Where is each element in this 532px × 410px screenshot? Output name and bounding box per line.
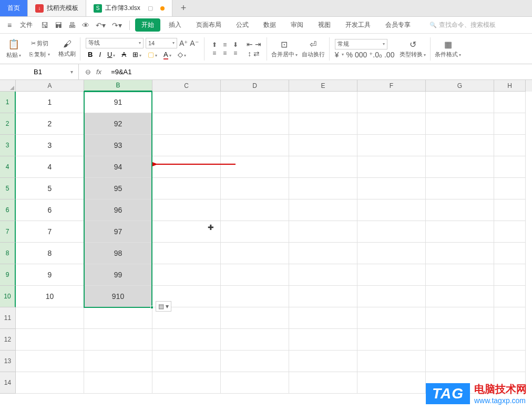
- increase-font-icon[interactable]: A⁺: [179, 39, 188, 47]
- col-header-e[interactable]: E: [289, 80, 357, 92]
- menu-file[interactable]: 文件: [16, 21, 37, 29]
- cell[interactable]: [494, 135, 526, 156]
- col-header-f[interactable]: F: [357, 80, 426, 92]
- cell[interactable]: [152, 221, 221, 243]
- cell[interactable]: [357, 178, 426, 199]
- ribbon-tab-vip[interactable]: 会员专享: [379, 18, 417, 32]
- cell[interactable]: 96: [84, 199, 152, 221]
- tab-workbook[interactable]: S 工作簿3.xlsx ▢: [86, 0, 172, 16]
- cell[interactable]: [221, 243, 289, 264]
- cell[interactable]: 94: [84, 156, 152, 178]
- row-header[interactable]: 11: [0, 307, 16, 329]
- row-header[interactable]: 1: [0, 92, 16, 113]
- cell[interactable]: [357, 221, 426, 243]
- cell[interactable]: [426, 92, 494, 113]
- ribbon-tab-formula[interactable]: 公式: [230, 18, 255, 32]
- search-box[interactable]: 查找命令、搜索模板: [429, 21, 496, 29]
- font-name-combo[interactable]: 等线▾: [86, 38, 144, 48]
- cell[interactable]: [289, 351, 357, 372]
- cell[interactable]: 98: [84, 243, 152, 264]
- save-icon[interactable]: 🖫: [39, 21, 50, 29]
- percent-icon[interactable]: %: [346, 51, 352, 59]
- cell[interactable]: [289, 199, 357, 221]
- cell[interactable]: [357, 243, 426, 264]
- cell[interactable]: [152, 135, 221, 156]
- cell[interactable]: [152, 178, 221, 199]
- tab-docer[interactable]: ↓ 找稻壳模板: [28, 0, 86, 16]
- thousand-icon[interactable]: 000: [355, 51, 367, 59]
- cell[interactable]: [289, 221, 357, 243]
- border-button[interactable]: ⊞▾: [130, 49, 144, 60]
- indent-dec-icon[interactable]: ⇤: [247, 40, 253, 48]
- cell[interactable]: 3: [16, 135, 84, 156]
- cell[interactable]: 7: [16, 221, 84, 243]
- cell[interactable]: [426, 243, 494, 264]
- cell[interactable]: [289, 178, 357, 199]
- cell[interactable]: [426, 221, 494, 243]
- cell[interactable]: [289, 329, 357, 351]
- cell[interactable]: 910: [84, 286, 152, 307]
- cell[interactable]: [357, 135, 426, 156]
- col-header-c[interactable]: C: [152, 80, 221, 92]
- ribbon-tab-data[interactable]: 数据: [257, 18, 282, 32]
- cell[interactable]: [289, 92, 357, 113]
- cell[interactable]: [221, 351, 289, 372]
- rtl-icon[interactable]: ⇄: [253, 49, 260, 58]
- cell[interactable]: 95: [84, 178, 152, 199]
- cell[interactable]: [152, 199, 221, 221]
- cell[interactable]: [494, 351, 526, 372]
- row-header[interactable]: 13: [0, 351, 16, 372]
- cell[interactable]: [494, 199, 526, 221]
- strike-button[interactable]: A: [119, 49, 128, 60]
- row-header[interactable]: 6: [0, 199, 16, 221]
- cell[interactable]: [84, 307, 152, 329]
- cell[interactable]: [221, 221, 289, 243]
- cell[interactable]: 92: [84, 113, 152, 135]
- cell[interactable]: [289, 113, 357, 135]
- ribbon-tab-review[interactable]: 审阅: [284, 18, 310, 32]
- align-center-icon[interactable]: ≡: [220, 49, 230, 57]
- bold-button[interactable]: B: [86, 49, 95, 60]
- ribbon-tab-view[interactable]: 视图: [312, 18, 337, 32]
- row-header[interactable]: 4: [0, 156, 16, 178]
- redo-icon[interactable]: ↷▾: [110, 21, 124, 29]
- merge-button[interactable]: ⊡ 合并居中▾: [269, 38, 300, 59]
- cell[interactable]: [426, 199, 494, 221]
- cell[interactable]: [152, 92, 221, 113]
- copy-button[interactable]: ⎘复制▾: [26, 49, 53, 59]
- align-middle-icon[interactable]: ≡: [220, 41, 230, 48]
- col-header-a[interactable]: A: [16, 80, 84, 92]
- cell[interactable]: [221, 135, 289, 156]
- cell[interactable]: [152, 243, 221, 264]
- cell[interactable]: [152, 113, 221, 135]
- cell[interactable]: [426, 329, 494, 351]
- cell[interactable]: [357, 92, 426, 113]
- cell[interactable]: 99: [84, 264, 152, 286]
- cell[interactable]: [221, 329, 289, 351]
- name-box[interactable]: ▾: [0, 64, 79, 79]
- cell[interactable]: [289, 156, 357, 178]
- paste-button[interactable]: 📋 粘贴▾: [4, 37, 23, 60]
- fx-icon[interactable]: fx: [96, 68, 101, 76]
- cell[interactable]: 6: [16, 199, 84, 221]
- row-header[interactable]: 9: [0, 264, 16, 286]
- align-top-icon[interactable]: ⬆: [210, 41, 219, 48]
- cell[interactable]: 91: [84, 92, 152, 113]
- cell[interactable]: [221, 286, 289, 307]
- row-header[interactable]: 7: [0, 221, 16, 243]
- cell[interactable]: [357, 113, 426, 135]
- undo-icon[interactable]: ↶▾: [94, 21, 108, 29]
- cell[interactable]: 1: [16, 92, 84, 113]
- align-right-icon[interactable]: ≡: [231, 49, 240, 57]
- cell[interactable]: 2: [16, 113, 84, 135]
- cell[interactable]: [152, 156, 221, 178]
- formula-input[interactable]: [108, 68, 532, 76]
- cell[interactable]: [494, 329, 526, 351]
- cell[interactable]: [357, 351, 426, 372]
- hamburger-icon[interactable]: ≡: [5, 21, 14, 29]
- align-bottom-icon[interactable]: ⬇: [231, 41, 240, 48]
- cell[interactable]: [357, 307, 426, 329]
- cell[interactable]: [357, 286, 426, 307]
- cell[interactable]: [357, 329, 426, 351]
- format-painter-button[interactable]: 🖌 格式刷: [56, 38, 78, 59]
